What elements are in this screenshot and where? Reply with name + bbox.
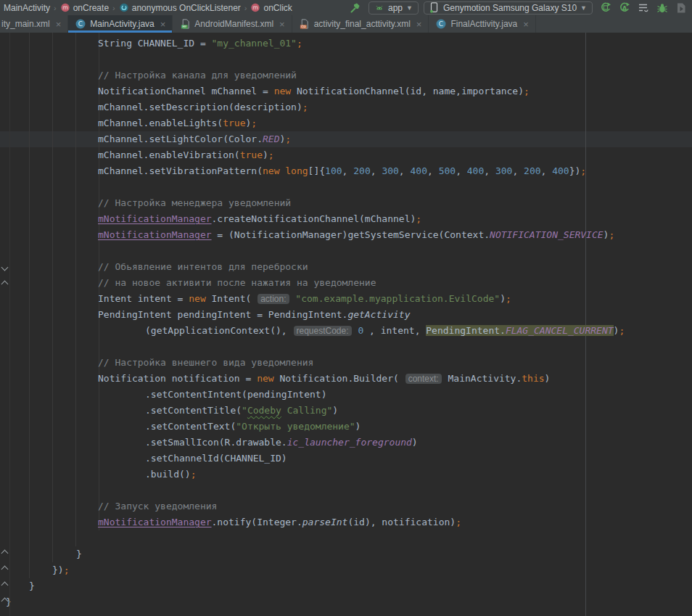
tab-AndroidManifest.xml[interactable]: MFAndroidManifest.xml× [173, 15, 292, 33]
code-line[interactable]: mChannel.enableLights(true); [0, 115, 692, 131]
code-line[interactable]: } [0, 546, 692, 562]
tab-FinalActtivity.java[interactable]: CFinalActtivity.java× [429, 15, 535, 33]
svg-text:CD: CD [301, 25, 306, 28]
profile-lines-button[interactable] [635, 1, 651, 15]
code-line[interactable]: mNotificationManager.notify(Integer.pars… [0, 514, 692, 530]
code-token: action: [258, 294, 289, 304]
code-line[interactable]: .build(); [0, 467, 692, 482]
code-line[interactable]: mNotificationManager.createNotificationC… [0, 211, 692, 227]
code-token: 200 [353, 165, 370, 176]
code-token: FLAG_CANCEL_CURRENT [506, 325, 614, 336]
code-line[interactable]: } [0, 594, 692, 610]
breadcrumb-item-onclick[interactable]: monClick [248, 3, 294, 13]
code-token: .build() [145, 469, 191, 480]
code-line[interactable] [0, 339, 692, 355]
code-token: ; [524, 86, 530, 96]
code-token: .createNotificationChannel(mChannel) [212, 213, 416, 224]
code-token: Notification notification = [98, 373, 257, 384]
code-line[interactable] [0, 243, 692, 259]
fold-marker-icon[interactable] [1, 598, 9, 605]
code-token: mNotificationManager [98, 517, 212, 527]
code-line[interactable]: .setContentIntent(pendingIntent) [0, 387, 692, 403]
close-icon[interactable]: × [160, 20, 166, 29]
code-line[interactable]: mChannel.setDescription(description); [0, 99, 692, 115]
editor-tab-bar: ity_main.xml×CMainActivity.java×MFAndroi… [0, 15, 692, 33]
fold-marker-icon[interactable] [1, 281, 9, 288]
code-line[interactable]: .setSmallIcon(R.drawable.ic_launcher_for… [0, 435, 692, 451]
build-hammer-button[interactable] [347, 1, 363, 15]
code-line[interactable]: // Настройка канала для уведомлений [0, 67, 692, 83]
code-line[interactable]: // Обьявление интентов для переброски [0, 259, 692, 275]
code-line[interactable]: .setChannelId(CHANNEL_ID) [0, 451, 692, 467]
code-line[interactable]: // на новое активити после нажатия на ув… [0, 275, 692, 291]
code-line[interactable] [0, 530, 692, 546]
tab-label: activity_final_acttivity.xml [314, 19, 411, 29]
code-line[interactable]: // Настройка менеджера уведомлений [0, 195, 692, 211]
tab-activity_final_acttivity.xml[interactable]: CDactivity_final_acttivity.xml× [292, 15, 429, 33]
code-line[interactable]: (getApplicationContext(), requestCode: 0… [0, 323, 692, 339]
android-icon [374, 3, 384, 13]
code-token: // Настройка менеджера уведомлений [98, 197, 291, 208]
code-line[interactable]: .setContentTitle("Codeby Calling") [0, 403, 692, 419]
breadcrumb-item-mainactivity[interactable]: MainActivity [1, 3, 52, 13]
code-editor[interactable]: String CHANNEL_ID = "my_channel_01"; // … [0, 33, 692, 616]
fold-marker-icon[interactable] [1, 264, 9, 271]
device-dropdown[interactable]: Genymotion Samsung Galaxy S10 ▼ [424, 1, 593, 15]
code-line[interactable]: }); [0, 562, 692, 578]
hammer-icon [350, 2, 361, 14]
code-token: NotificationChannel(id, name,importance) [291, 86, 524, 96]
apply-changes-restart-activity-button[interactable] [598, 1, 614, 15]
run-toolbar: app ▼ Genymotion Samsung Galaxy S10 ▼ A [347, 1, 689, 15]
code-token: ; [251, 118, 257, 128]
fold-marker-icon[interactable] [1, 550, 9, 557]
code-token: 500 [439, 165, 456, 176]
code-token: // Настройка канала для уведомлений [98, 70, 297, 81]
code-token: 400 [552, 165, 569, 176]
code-line[interactable]: Notification notification = new Notifica… [0, 371, 692, 387]
breadcrumb-item-anonymous-onclicklistener[interactable]: anonymous OnClickListener [117, 3, 243, 13]
code-line[interactable]: mChannel.setVibrationPattern(new long[]{… [0, 163, 692, 179]
tab-ity_main.xml[interactable]: ity_main.xml× [0, 15, 68, 33]
code-token: // на новое активити после нажатия на ув… [98, 277, 376, 288]
code-line[interactable]: NotificationChannel mChannel = new Notif… [0, 83, 692, 99]
run-configuration-dropdown[interactable]: app ▼ [368, 1, 419, 15]
class-file-icon: C [75, 18, 86, 30]
code-line[interactable]: String CHANNEL_ID = "my_channel_01"; [0, 36, 692, 52]
code-line[interactable] [0, 52, 692, 67]
debug-button[interactable] [654, 1, 670, 15]
tab-MainActivity.java[interactable]: CMainActivity.java× [68, 15, 173, 33]
close-icon[interactable]: × [416, 20, 422, 29]
code-token: , [484, 165, 495, 176]
code-line[interactable]: // Запуск уведомления [0, 498, 692, 514]
code-token: , [456, 165, 467, 176]
svg-text:m: m [253, 4, 259, 11]
fold-marker-icon[interactable] [1, 566, 9, 573]
close-icon[interactable]: × [523, 20, 529, 29]
breadcrumb-item-oncreate[interactable]: monCreate [58, 3, 111, 13]
code-token: Notification.Builder( [274, 373, 405, 384]
code-token: (id), notification) [347, 517, 456, 527]
code-line[interactable]: mNotificationManager = (NotificationMana… [0, 227, 692, 243]
code-token: }) [52, 564, 64, 575]
code-line[interactable]: Intent intent = new Intent( action: "com… [0, 291, 692, 307]
code-token: NotificationChannel mChannel = [98, 86, 274, 96]
apply-code-changes-button[interactable]: A [617, 1, 633, 15]
close-icon[interactable]: × [56, 20, 62, 29]
code-line[interactable]: PendingIntent pendingIntent = PendingInt… [0, 307, 692, 323]
code-line[interactable] [0, 179, 692, 195]
code-line[interactable]: } [0, 578, 692, 594]
code-token: } [76, 549, 82, 559]
code-line[interactable]: .setContentText("Открыть уведомление") [0, 419, 692, 435]
code-line[interactable]: mChannel.enableVibration(true); [0, 147, 692, 163]
code-token: ) [355, 421, 361, 432]
code-line[interactable]: // Настройка внешнего вида уведомления [0, 355, 692, 371]
fold-marker-icon[interactable] [1, 582, 9, 589]
profiler-button[interactable] [673, 1, 689, 15]
code-token: ic_launcher_foreground [287, 437, 412, 448]
code-area[interactable]: String CHANNEL_ID = "my_channel_01"; // … [0, 36, 692, 610]
close-icon[interactable]: × [279, 20, 285, 29]
code-line[interactable] [0, 482, 692, 498]
code-line[interactable]: mChannel.setLightColor(Color.RED); [0, 131, 692, 147]
tab-label: AndroidManifest.xml [194, 19, 273, 29]
code-token: }) [569, 165, 581, 176]
